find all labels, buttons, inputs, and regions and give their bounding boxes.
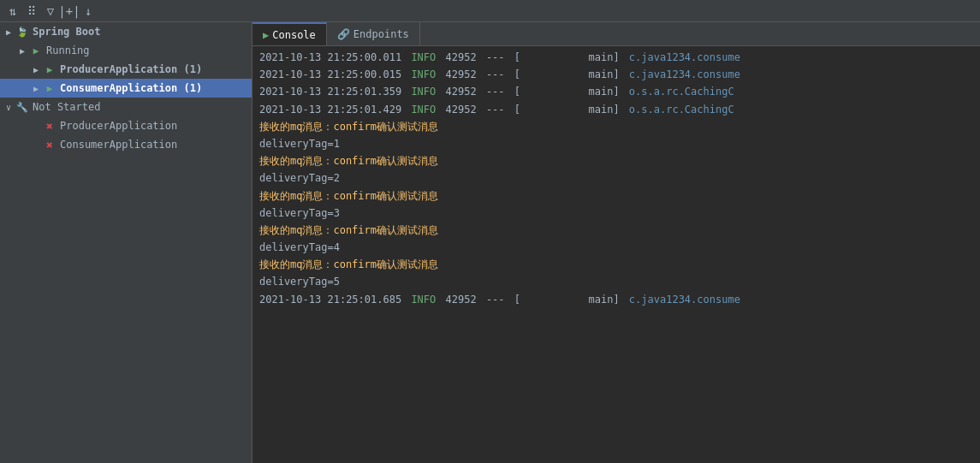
log-sep: --- [480,67,511,83]
log-timestamp: 2021-10-13 21:25:01.359 [259,84,401,100]
log-pid: 42952 [446,84,477,100]
consumer-running-icon: ▶ [43,81,56,95]
arrow-not-started: ∨ [3,102,14,112]
consumer-error-icon: ✖ [43,138,56,151]
log-sep: --- [480,292,511,308]
log-line: 接收的mq消息：confirm确认测试消息 [259,119,973,135]
msg-delivery: deliveryTag=4 [259,241,340,253]
log-bracket: [ [514,102,520,118]
msg-chinese: 接收的mq消息：confirm确认测试消息 [259,155,438,167]
log-sep: --- [480,50,511,66]
tab-console[interactable]: ▶ Console [252,22,327,45]
msg-delivery: deliveryTag=2 [259,172,340,184]
sidebar-item-producer-running[interactable]: ▶ ▶ ProducerApplication (1) [0,60,252,79]
filter-icon[interactable]: ▽ [43,3,58,19]
arrow-consumer-ns [31,139,41,150]
wrench-icon: 🔧 [15,100,29,114]
log-timestamp: 2021-10-13 21:25:00.015 [259,67,401,83]
log-thread: main] [520,292,620,308]
log-level: INFO [405,50,442,66]
msg-delivery: deliveryTag=1 [259,138,340,150]
log-line: 接收的mq消息：confirm确认测试消息 [259,153,973,169]
sidebar: ▶ 🍃 Spring Boot ▶ ▶ Running ▶ ▶ Producer… [0,22,252,463]
log-sep: --- [480,84,511,100]
layout-icon[interactable]: ⠿ [24,3,39,19]
spring-boot-icon: 🍃 [15,25,29,39]
log-line: deliveryTag=1 [259,136,973,152]
endpoints-tab-label: Endpoints [353,28,409,40]
log-thread: main] [520,50,620,66]
main-area: ▶ 🍃 Spring Boot ▶ ▶ Running ▶ ▶ Producer… [0,22,980,463]
log-timestamp: 2021-10-13 21:25:01.429 [259,102,401,118]
msg-chinese: 接收的mq消息：confirm确认测试消息 [259,258,438,270]
sidebar-item-not-started[interactable]: ∨ 🔧 Not Started [0,98,252,116]
not-started-label: Not Started [33,101,100,113]
arrow-running: ▶ [17,45,27,56]
arrow-producer: ▶ [31,64,41,74]
producer-error-icon: ✖ [43,119,56,133]
sidebar-item-consumer-running[interactable]: ▶ ▶ ConsumerApplication (1) [0,79,252,98]
log-bracket: [ [514,292,520,308]
scroll-down-icon[interactable]: ↓ [80,3,96,19]
log-bracket: [ [514,50,520,66]
arrow-spring-boot: ▶ [3,27,14,37]
arrow-consumer: ▶ [31,83,41,93]
tab-endpoints[interactable]: 🔗 Endpoints [327,22,420,45]
log-level: INFO [405,292,442,308]
log-class: c.java1234.consume [623,50,740,66]
log-timestamp: 2021-10-13 21:25:00.011 [259,50,401,66]
log-class: o.s.a.rc.CachingC [623,84,734,100]
sidebar-item-running[interactable]: ▶ ▶ Running [0,41,252,60]
consumer-ns-label: ConsumerApplication [60,139,177,151]
log-class: c.java1234.consume [623,292,740,308]
msg-chinese: 接收的mq消息：confirm确认测试消息 [259,121,438,133]
producer-running-label: ProducerApplication (1) [60,63,202,75]
msg-chinese: 接收的mq消息：confirm确认测试消息 [259,190,438,202]
producer-running-icon: ▶ [43,62,56,76]
log-thread: main] [520,67,620,83]
log-line: 2021-10-13 21:25:01.359 INFO 42952 --- [… [259,84,973,100]
console-tab-label: Console [272,29,316,41]
log-line: 2021-10-13 21:25:00.015 INFO 42952 --- [… [259,67,973,83]
log-line: deliveryTag=4 [259,240,973,256]
log-pid: 42952 [446,50,477,66]
log-line: 2021-10-13 21:25:01.685 INFO 42952 --- [… [259,292,973,308]
log-line: deliveryTag=2 [259,170,973,187]
log-class: o.s.a.rc.CachingC [623,102,734,118]
toolbar: ⇅ ⠿ ▽ |+| ↓ [0,0,980,22]
running-label: Running [46,45,90,56]
log-timestamp: 2021-10-13 21:25:01.685 [259,292,401,308]
log-sep: --- [480,102,511,118]
log-line: 接收的mq消息：confirm确认测试消息 [259,223,973,239]
spring-boot-label: Spring Boot [33,26,100,38]
log-class: c.java1234.consume [623,67,740,83]
msg-delivery: deliveryTag=5 [259,276,340,288]
endpoints-tab-icon: 🔗 [337,28,350,40]
log-line: 2021-10-13 21:25:00.011 INFO 42952 --- [… [259,50,973,66]
log-level: INFO [405,102,442,118]
msg-delivery: deliveryTag=3 [259,207,340,219]
log-pid: 42952 [446,67,477,83]
sidebar-item-producer-ns[interactable]: ✖ ProducerApplication [0,116,252,135]
log-line: 2021-10-13 21:25:01.429 INFO 42952 --- [… [259,102,973,118]
sidebar-item-consumer-ns[interactable]: ✖ ConsumerApplication [0,135,252,154]
sidebar-item-spring-boot[interactable]: ▶ 🍃 Spring Boot [0,22,252,41]
console-output[interactable]: 2021-10-13 21:25:00.011 INFO 42952 --- [… [252,46,980,463]
log-pid: 42952 [446,292,477,308]
log-level: INFO [405,84,442,100]
log-bracket: [ [514,67,520,83]
rerun-icon[interactable]: ⇅ [5,3,21,19]
log-line: deliveryTag=5 [259,274,973,290]
producer-ns-label: ProducerApplication [60,120,177,132]
msg-chinese: 接收的mq消息：confirm确认测试消息 [259,224,438,236]
expand-icon[interactable]: |+| [62,3,77,19]
log-thread: main] [520,102,620,118]
arrow-producer-ns [31,121,41,131]
log-line: 接收的mq消息：confirm确认测试消息 [259,257,973,273]
log-bracket: [ [514,84,520,100]
log-pid: 42952 [446,102,477,118]
log-level: INFO [405,67,442,83]
console-tab-icon: ▶ [263,29,269,41]
tabs-bar: ▶ Console 🔗 Endpoints [252,22,980,46]
log-line: 接收的mq消息：confirm确认测试消息 [259,188,973,205]
